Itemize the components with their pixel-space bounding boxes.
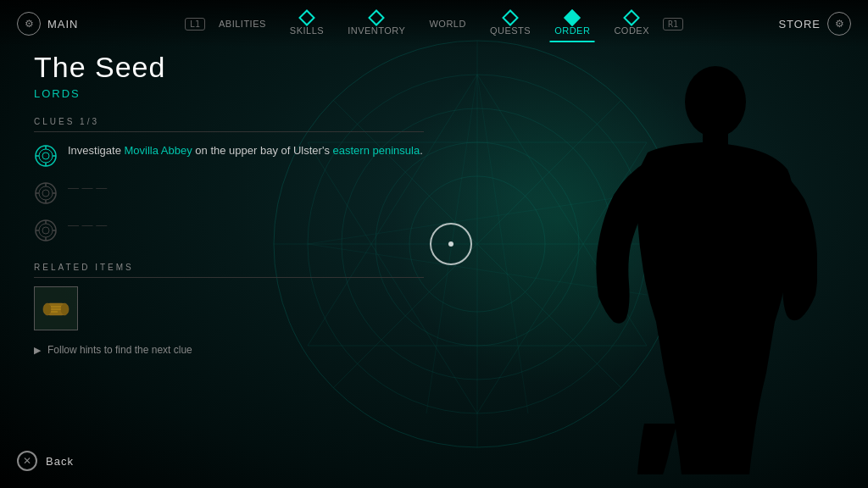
bottom-nav: ✕ Back <box>17 451 74 471</box>
clue-1-text: Investigate Movilla Abbey on the upper b… <box>68 142 423 159</box>
svg-point-25 <box>39 186 53 200</box>
nav-left: ⚙ Main <box>17 12 119 36</box>
left-bumper: L1 <box>185 18 205 30</box>
store-icon[interactable]: ⚙ <box>827 12 851 36</box>
related-items-grid <box>34 286 424 330</box>
skills-diamond <box>298 9 315 26</box>
codex-diamond <box>623 9 640 26</box>
scroll-item-icon <box>41 293 71 324</box>
related-section: RELATED ITEMS ▶ Follow hints to find the… <box>34 263 424 356</box>
hint-container: ▶ Follow hints to find the next clue <box>34 344 424 356</box>
clue-icon-1 <box>34 144 58 168</box>
clue-item-2: — — — <box>34 180 424 205</box>
nav-item-inventory[interactable]: Inventory <box>337 8 415 39</box>
back-button-label: Back <box>46 455 74 468</box>
back-button-icon[interactable]: ✕ <box>17 451 37 471</box>
nav-item-quests[interactable]: Quests <box>480 8 541 39</box>
hint-label: Follow hints to find the next clue <box>47 344 192 356</box>
clue-2-text: — — — <box>68 180 107 197</box>
right-bumper: R1 <box>663 18 683 30</box>
quest-category: Lords <box>34 87 424 100</box>
clue-3-text: — — — <box>68 217 107 234</box>
hint-arrow-icon: ▶ <box>34 345 41 356</box>
svg-point-32 <box>39 224 53 237</box>
related-item-slot-1[interactable] <box>34 286 78 330</box>
clue-icon-3 <box>34 219 58 242</box>
top-nav: ⚙ Main L1 Abilities Skills Inventory Wor… <box>0 0 868 47</box>
clue-icon-2 <box>34 181 58 205</box>
inventory-diamond <box>368 9 385 26</box>
svg-point-39 <box>43 303 52 315</box>
clues-header: CLUES 1/3 <box>34 117 424 132</box>
nav-right: Store ⚙ <box>749 12 851 36</box>
nav-item-world[interactable]: World <box>419 15 476 32</box>
nav-item-codex[interactable]: Codex <box>604 8 659 39</box>
svg-point-19 <box>42 152 49 159</box>
related-header: RELATED ITEMS <box>34 263 424 278</box>
player-icon: ⚙ <box>17 12 41 36</box>
nav-item-abilities[interactable]: Abilities <box>209 15 276 32</box>
quests-diamond <box>502 9 519 26</box>
clue-1-highlight-2: eastern peninsula <box>333 144 420 157</box>
nav-item-order[interactable]: Order <box>544 8 600 39</box>
clue-item-3: — — — <box>34 217 424 242</box>
svg-point-26 <box>42 190 49 197</box>
main-nav-label: Main <box>47 18 79 30</box>
target-circle <box>430 223 472 265</box>
clue-item-1: Investigate Movilla Abbey on the upper b… <box>34 142 424 168</box>
target-dot <box>448 241 453 247</box>
svg-point-40 <box>60 303 69 315</box>
nav-center: L1 Abilities Skills Inventory World Ques… <box>185 8 683 39</box>
order-diamond <box>564 9 581 26</box>
svg-point-18 <box>39 149 53 163</box>
svg-point-33 <box>42 227 49 234</box>
quest-title: The Seed <box>34 51 424 84</box>
main-content: The Seed Lords CLUES 1/3 Investigate Mov… <box>34 51 424 356</box>
nav-item-skills[interactable]: Skills <box>280 8 334 39</box>
store-label: Store <box>778 18 821 30</box>
clue-1-highlight-1: Movilla Abbey <box>125 144 192 157</box>
